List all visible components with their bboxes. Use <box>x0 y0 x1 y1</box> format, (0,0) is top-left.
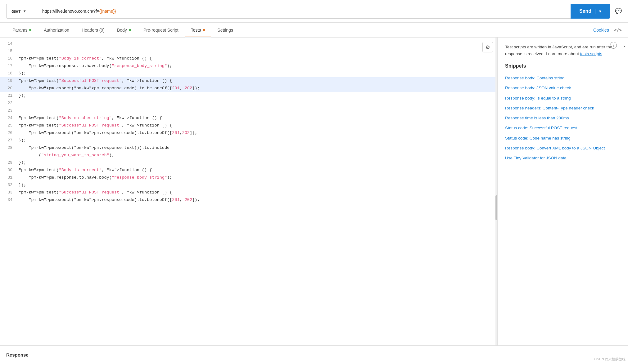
line-number: 17 <box>0 62 19 70</box>
scroll-indicator <box>495 38 497 353</box>
info-icon[interactable]: i <box>610 42 617 49</box>
code-line: 26 "pm-kw">pm.expect("pm-kw">pm.response… <box>0 129 497 137</box>
code-line: 29}); <box>0 159 497 166</box>
method-chevron-icon: ▾ <box>24 9 25 13</box>
line-number: 21 <box>0 92 19 100</box>
code-line: 27}); <box>0 137 497 144</box>
code-line: 25"pm-kw">pm.test("Successful POST reque… <box>0 122 497 129</box>
tab-prerequest[interactable]: Pre-request Script <box>137 23 185 37</box>
line-content: "pm-kw">pm.expect("pm-kw">pm.response.te… <box>19 144 497 152</box>
line-content: "pm-kw">pm.expect("pm-kw">pm.response.co… <box>19 196 497 204</box>
code-line: 32}); <box>0 181 497 189</box>
line-content: "pm-kw">pm.test("Body is correct", "kw">… <box>19 166 497 174</box>
code-line: 19"pm-kw">pm.test("Successful POST reque… <box>0 77 497 85</box>
tab-params[interactable]: Params <box>6 23 38 37</box>
line-number: 16 <box>0 55 19 62</box>
tab-settings[interactable]: Settings <box>211 23 239 37</box>
code-line: 18}); <box>0 70 497 77</box>
tests-scripts-link[interactable]: tests scripts <box>580 51 602 56</box>
method-label: GET <box>11 9 21 14</box>
line-number: 20 <box>0 85 19 92</box>
line-number: 24 <box>0 114 19 122</box>
line-number: 27 <box>0 137 19 144</box>
line-content: "pm-kw">pm.expect("pm-kw">pm.response.co… <box>19 129 497 137</box>
tabs-right: Cookies </> <box>593 28 622 33</box>
main-content: 141516"pm-kw">pm.test("Body is correct",… <box>0 38 628 353</box>
url-static: https://ilive.lenovo.com.cn/?f= <box>42 9 99 14</box>
code-editor[interactable]: 141516"pm-kw">pm.test("Body is correct",… <box>0 38 498 353</box>
tab-body[interactable]: Body <box>111 23 137 37</box>
line-content: }); <box>19 137 497 144</box>
code-line: 34 "pm-kw">pm.expect("pm-kw">pm.response… <box>0 196 497 204</box>
snippet-item[interactable]: Response body: Convert XML body to a JSO… <box>505 143 621 153</box>
code-line: 23 <box>0 107 497 114</box>
code-line: 14 <box>0 40 497 47</box>
line-content: "pm-kw">pm.test("Body matches string", "… <box>19 114 497 122</box>
line-number: 22 <box>0 100 19 107</box>
snippet-item[interactable]: Response body: Contains string <box>505 73 621 83</box>
method-selector[interactable]: GET ▾ <box>6 4 37 19</box>
tabs-left: Params Authorization Headers (9) Body Pr… <box>6 23 239 37</box>
line-content: ("string_you_want_to_search"); <box>19 152 497 159</box>
line-content: "pm-kw">pm.response.to.have.body("respon… <box>19 62 497 70</box>
chat-icon[interactable]: 💬 <box>615 8 622 15</box>
tab-headers[interactable]: Headers (9) <box>75 23 111 37</box>
code-line: 24"pm-kw">pm.test("Body matches string",… <box>0 114 497 122</box>
cookies-button[interactable]: Cookies <box>593 28 609 33</box>
code-line: 15 <box>0 47 497 55</box>
tests-dot <box>203 29 205 31</box>
body-dot <box>129 29 131 31</box>
code-line: 17 "pm-kw">pm.response.to.have.body("res… <box>0 62 497 70</box>
line-content: "pm-kw">pm.response.to.have.body("respon… <box>19 174 497 181</box>
snippet-item[interactable]: Status code: Successful POST request <box>505 123 621 133</box>
code-line: 22 <box>0 100 497 107</box>
line-number: 18 <box>0 70 19 77</box>
url-bar: GET ▾ https://ilive.lenovo.com.cn/?f= {{… <box>0 0 628 23</box>
scroll-thumb <box>495 195 497 220</box>
code-line: 16"pm-kw">pm.test("Body is correct", "kw… <box>0 55 497 62</box>
code-line: 21}); <box>0 92 497 100</box>
send-button[interactable]: Send ▾ <box>571 4 610 19</box>
tab-authorization[interactable]: Authorization <box>38 23 75 37</box>
snippet-item[interactable]: Use Tiny Validator for JSON data <box>505 153 621 163</box>
line-content: }); <box>19 70 497 77</box>
snippet-item[interactable]: Response body: JSON value check <box>505 83 621 93</box>
expand-panel-button[interactable]: › <box>623 44 625 49</box>
code-lines: 141516"pm-kw">pm.test("Body is correct",… <box>0 38 497 206</box>
line-number: 14 <box>0 40 19 47</box>
params-dot <box>29 29 31 31</box>
snippet-item[interactable]: Response headers: Content-Type header ch… <box>505 103 621 113</box>
line-number: 34 <box>0 196 19 204</box>
send-dropdown-icon: ▾ <box>595 9 601 14</box>
line-number: 33 <box>0 189 19 196</box>
panel-description: Test scripts are written in JavaScript, … <box>505 44 621 57</box>
code-line: 33"pm-kw">pm.test("Successful POST reque… <box>0 189 497 196</box>
code-line: 31 "pm-kw">pm.response.to.have.body("res… <box>0 174 497 181</box>
line-number: 32 <box>0 181 19 189</box>
snippets-title: Snippets <box>505 63 621 69</box>
line-content: "pm-kw">pm.test("Body is correct", "kw">… <box>19 55 497 62</box>
tabs-bar: Params Authorization Headers (9) Body Pr… <box>0 23 628 38</box>
line-content: "pm-kw">pm.test("Successful POST request… <box>19 189 497 196</box>
line-content: "pm-kw">pm.expect("pm-kw">pm.response.co… <box>19 85 497 92</box>
line-number: 19 <box>0 77 19 85</box>
url-template: {{name}} <box>99 9 116 14</box>
line-content: "pm-kw">pm.test("Successful POST request… <box>19 77 497 85</box>
line-content: }); <box>19 92 497 100</box>
snippet-item[interactable]: Status code: Code name has string <box>505 133 621 143</box>
code-line: 20 "pm-kw">pm.expect("pm-kw">pm.response… <box>0 85 497 92</box>
line-number: 30 <box>0 166 19 174</box>
right-icons: 💬 <box>610 8 622 15</box>
line-number: 26 <box>0 129 19 137</box>
editor-settings-button[interactable]: ⚙ <box>482 42 493 52</box>
code-line: ("string_you_want_to_search"); <box>0 152 497 159</box>
snippet-item[interactable]: Response body: Is equal to a string <box>505 93 621 103</box>
code-line: 30"pm-kw">pm.test("Body is correct", "kw… <box>0 166 497 174</box>
line-content: }); <box>19 159 497 166</box>
snippet-item[interactable]: Response time is less than 200ms <box>505 113 621 123</box>
line-content: }); <box>19 181 497 189</box>
code-button[interactable]: </> <box>614 28 622 33</box>
watermark: CSDN @永恒的教练 <box>594 357 626 362</box>
tab-tests[interactable]: Tests <box>185 23 211 37</box>
response-title: Response <box>6 352 29 357</box>
